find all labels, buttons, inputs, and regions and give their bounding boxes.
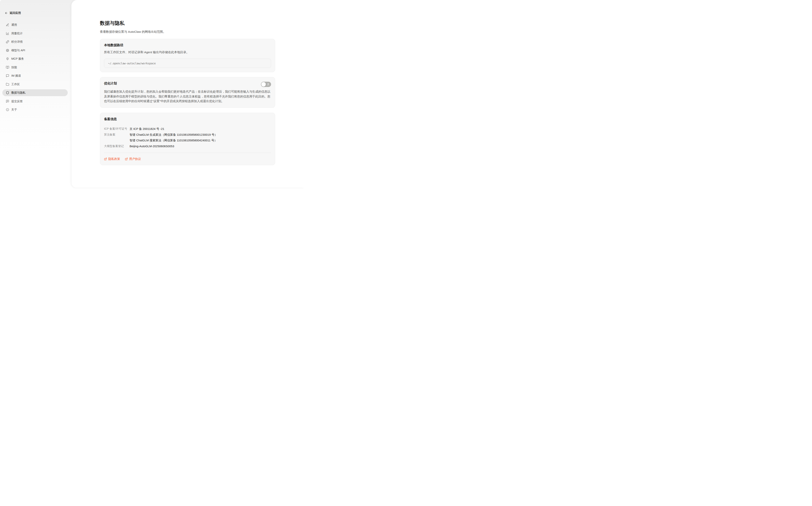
card-description: 所有工作区文件、对话记录和 Agent 输出均存储在此本地目录。: [104, 50, 271, 55]
sidebar-item-general[interactable]: 通用: [2, 21, 68, 28]
toggle-knob: [261, 82, 266, 87]
sidebar-item-label: 提交反馈: [11, 99, 23, 103]
row-label: 算法备案: [104, 132, 130, 138]
sidebar-item-mcp-services[interactable]: MCP 服务: [2, 55, 68, 62]
shield-icon: [6, 91, 9, 94]
sidebar-item-label: 技能: [11, 66, 17, 69]
row-label: ICP 备案/许可证号: [104, 126, 130, 132]
message-square-icon: [6, 74, 9, 77]
sidebar-item-usage-stats[interactable]: 用量统计: [2, 30, 68, 37]
sidebar-item-label: IM 频道: [11, 74, 21, 78]
row-label: 大模型备案登记: [104, 143, 130, 149]
row-value: Beijing-AutoGLM-20250606S0053: [130, 143, 271, 149]
page-title: 数据与隐私: [100, 20, 275, 26]
row-value: 京 ICP 备 20011824 号 -21: [130, 126, 271, 132]
sidebar-item-credits[interactable]: 积分详情: [2, 38, 68, 45]
filing-row-large-model: 大模型备案登记 Beijing-AutoGLM-20250606S0053: [104, 143, 271, 149]
data-path-value: ~/.openclaw-autoclaw/workspace: [108, 62, 156, 65]
sidebar-item-label: 通用: [11, 23, 17, 27]
sidebar-item-label: 模型与 API: [11, 49, 25, 52]
info-circle-icon: [6, 108, 9, 111]
sidebar-item-label: 关于: [11, 108, 17, 111]
sidebar-item-about[interactable]: 关于: [2, 106, 68, 113]
card-description: 我们诚邀您加入优化提升计划，您的加入会帮助我们更好地迭代产品：在去标识化处理后，…: [104, 89, 271, 103]
optimization-toggle[interactable]: 关: [261, 82, 271, 87]
user-agreement-link[interactable]: 用户协议: [125, 157, 141, 161]
sidebar-item-label: 工作区: [11, 82, 20, 86]
arrow-left-icon: [5, 11, 8, 15]
filing-info-card: 备案信息 ICP 备案/许可证号 京 ICP 备 20011824 号 -21 …: [100, 113, 275, 165]
settings-sidebar: 返回应用 通用 用量统计 积分详情: [0, 0, 71, 189]
sidebar-item-label: 数据与隐私: [11, 91, 25, 95]
sidebar-item-label: 用量统计: [11, 31, 23, 35]
user-agreement-label: 用户协议: [129, 157, 141, 161]
sidebar-item-feedback[interactable]: 提交反馈: [2, 98, 68, 105]
privacy-policy-link[interactable]: 隐私政策: [104, 157, 120, 161]
filing-row-algorithm: 算法备案 智谱 ChatGLM 生成算法（网信算备 11010810585800…: [104, 132, 271, 138]
sidebar-item-label: MCP 服务: [11, 57, 24, 61]
local-data-path-card: 本地数据路径 所有工作区文件、对话记录和 Agent 输出均存储在此本地目录。 …: [100, 39, 275, 72]
optimization-plan-card: 优化计划 关 我们诚邀您加入优化提升计划，您的加入会帮助我们更好地迭代产品：在去…: [100, 77, 275, 108]
sidebar-item-skills[interactable]: 技能: [2, 64, 68, 71]
back-to-app-label: 返回应用: [10, 11, 21, 15]
toggle-state-label: 关: [267, 83, 270, 86]
divider: [104, 153, 271, 153]
main-panel: 数据与隐私 查看数据存储位置与 AutoClaw 的网络出站范围。 本地数据路径…: [71, 0, 304, 188]
message-square-plus-icon: [6, 100, 9, 103]
filing-row-algorithm-2: 智谱 ChatGLM 搜索算法（网信算备 1101081058580042400…: [104, 138, 271, 143]
page-subtitle: 查看数据存储位置与 AutoClaw 的网络出站范围。: [100, 30, 275, 34]
coins-icon: [6, 40, 9, 44]
card-title: 备案信息: [104, 117, 271, 121]
data-path-field[interactable]: ~/.openclaw-autoclaw/workspace: [104, 59, 271, 68]
row-value: 智谱 ChatGLM 搜索算法（网信算备 1101081058580042400…: [130, 138, 271, 143]
external-link-icon: [125, 158, 128, 161]
folder-icon: [6, 83, 9, 86]
sidebar-item-data-privacy[interactable]: 数据与隐私: [2, 89, 68, 96]
sidebar-item-label: 积分详情: [11, 40, 23, 44]
back-to-app-button[interactable]: 返回应用: [5, 11, 21, 15]
privacy-policy-label: 隐私政策: [108, 157, 120, 161]
pencil-icon: [6, 23, 9, 26]
bar-chart-icon: [6, 32, 9, 35]
card-title: 优化计划: [104, 81, 117, 86]
filing-rows: ICP 备案/许可证号 京 ICP 备 20011824 号 -21 算法备案 …: [104, 126, 271, 149]
sidebar-item-workspace[interactable]: 工作区: [2, 81, 68, 88]
row-value: 智谱 ChatGLM 生成算法（网信算备 1101081058580012300…: [130, 132, 271, 138]
sidebar-item-im-channels[interactable]: IM 频道: [2, 72, 68, 79]
cpu-icon: [6, 49, 9, 52]
plug-icon: [6, 57, 9, 61]
external-link-icon: [104, 158, 107, 161]
sidebar-nav: 通用 用量统计 积分详情 模型与 API: [0, 21, 71, 113]
app-window: 返回应用 通用 用量统计 积分详情: [0, 0, 304, 189]
book-open-icon: [6, 66, 9, 69]
sidebar-item-models-api[interactable]: 模型与 API: [2, 47, 68, 54]
filing-row-icp: ICP 备案/许可证号 京 ICP 备 20011824 号 -21: [104, 126, 271, 132]
card-title: 本地数据路径: [104, 43, 271, 48]
